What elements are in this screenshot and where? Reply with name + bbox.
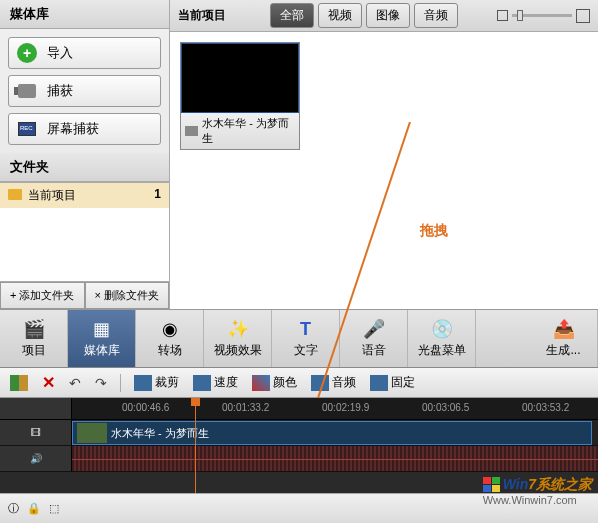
separator — [120, 374, 121, 392]
drag-annotation: 拖拽 — [420, 222, 448, 240]
folder-icon — [8, 189, 22, 200]
project-icon: 🎬 — [23, 318, 45, 340]
speaker-icon: 🔊 — [30, 453, 42, 464]
time-mark: 00:01:33.2 — [222, 402, 269, 413]
tb-disc[interactable]: 💿光盘菜单 — [408, 310, 476, 367]
ruler-head — [0, 398, 72, 419]
speed-icon — [193, 375, 211, 391]
thumbnail-title: 水木年华 - 为梦而生 — [202, 116, 295, 146]
folder-name: 当前项目 — [28, 187, 76, 204]
tb-project[interactable]: 🎬项目 — [0, 310, 68, 367]
disc-icon: 💿 — [431, 318, 453, 340]
screen-rec-icon — [17, 119, 37, 139]
zoom-small-icon — [497, 10, 508, 21]
media-thumbnail[interactable]: 水木年华 - 为梦而生 — [180, 42, 300, 150]
audio-track-head[interactable]: 🔊 — [0, 446, 72, 471]
screencap-label: 屏幕捕获 — [47, 120, 99, 138]
color-icon — [252, 375, 270, 391]
tab-all[interactable]: 全部 — [270, 3, 314, 28]
screen-capture-button[interactable]: 屏幕捕获 — [8, 113, 161, 145]
t2-split[interactable] — [6, 373, 32, 393]
media-lib-header: 媒体库 — [0, 0, 169, 29]
t2-redo[interactable]: ↷ — [91, 373, 111, 393]
info-icon[interactable]: ⓘ — [8, 501, 19, 516]
video-track-head[interactable]: 🎞 — [0, 420, 72, 445]
export-icon: 📤 — [553, 318, 575, 340]
project-title: 当前项目 — [178, 7, 226, 24]
time-mark: 00:03:06.5 — [422, 402, 469, 413]
tb-media[interactable]: ▦媒体库 — [68, 310, 136, 367]
time-mark: 00:02:19.9 — [322, 402, 369, 413]
media-icon: ▦ — [91, 318, 113, 340]
zoom-slider[interactable] — [497, 9, 590, 23]
text-icon: T — [295, 318, 317, 340]
mic-icon: 🎤 — [363, 318, 385, 340]
capture-button[interactable]: 捕获 — [8, 75, 161, 107]
tab-audio[interactable]: 音频 — [414, 3, 458, 28]
t2-color[interactable]: 颜色 — [248, 372, 301, 393]
settings-icon[interactable]: ⬚ — [49, 502, 59, 515]
folder-count: 1 — [154, 187, 161, 204]
lock-icon[interactable]: 🔒 — [27, 502, 41, 515]
crop-icon — [134, 375, 152, 391]
camera-icon — [17, 81, 37, 101]
time-mark: 00:00:46.6 — [122, 402, 169, 413]
time-mark: 00:03:53.2 — [522, 402, 569, 413]
folder-item-current[interactable]: 当前项目 1 — [0, 183, 169, 208]
thumbnail-image — [181, 43, 299, 113]
clip-thumb — [77, 423, 107, 443]
tb-transition[interactable]: ◉转场 — [136, 310, 204, 367]
audio-icon — [311, 375, 329, 391]
capture-label: 捕获 — [47, 82, 73, 100]
film-icon: 🎞 — [31, 427, 41, 438]
import-label: 导入 — [47, 44, 73, 62]
t2-delete[interactable]: ✕ — [38, 371, 59, 394]
audio-clip[interactable] — [72, 446, 598, 471]
zoom-large-icon — [576, 9, 590, 23]
t2-audio[interactable]: 音频 — [307, 372, 360, 393]
t2-speed[interactable]: 速度 — [189, 372, 242, 393]
freeze-icon — [370, 375, 388, 391]
video-icon — [185, 126, 198, 136]
transition-icon: ◉ — [159, 318, 181, 340]
zoom-thumb[interactable] — [517, 10, 523, 21]
tb-voice[interactable]: 🎤语音 — [340, 310, 408, 367]
tb-export[interactable]: 📤生成... — [530, 310, 598, 367]
t2-crop[interactable]: 裁剪 — [130, 372, 183, 393]
import-button[interactable]: + 导入 — [8, 37, 161, 69]
vfx-icon: ✨ — [227, 318, 249, 340]
tab-video[interactable]: 视频 — [318, 3, 362, 28]
split-icon — [10, 375, 28, 391]
tab-image[interactable]: 图像 — [366, 3, 410, 28]
delete-folder-button[interactable]: × 删除文件夹 — [85, 282, 170, 309]
watermark: Win7系统之家 Www.Winwin7.com — [483, 476, 592, 506]
t2-undo[interactable]: ↶ — [65, 373, 85, 393]
tb-text[interactable]: T文字 — [272, 310, 340, 367]
add-folder-button[interactable]: + 添加文件夹 — [0, 282, 85, 309]
folders-header: 文件夹 — [0, 153, 169, 182]
plus-icon: + — [17, 43, 37, 63]
time-ruler[interactable]: 00:00:46.6 00:01:33.2 00:02:19.9 00:03:0… — [72, 398, 598, 419]
tb-vfx[interactable]: ✨视频效果 — [204, 310, 272, 367]
playhead[interactable] — [195, 398, 196, 493]
video-clip[interactable]: 水木年华 - 为梦而生 — [72, 421, 592, 445]
t2-freeze[interactable]: 固定 — [366, 372, 419, 393]
